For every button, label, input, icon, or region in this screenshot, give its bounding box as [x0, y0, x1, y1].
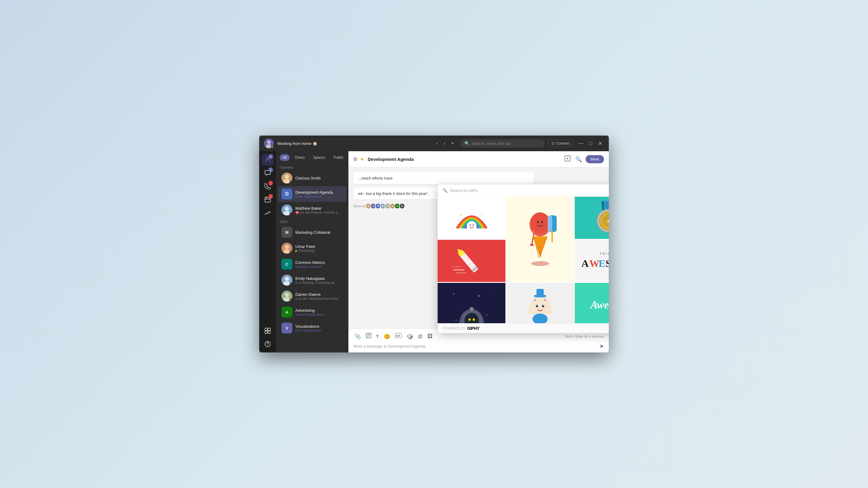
svg-point-23	[285, 277, 289, 281]
svg-text:✦: ✦	[478, 294, 480, 298]
svg-point-100	[470, 307, 473, 311]
input-hint: Shift + Enter for a new line	[565, 335, 604, 338]
sidebar-item-calendar[interactable]: 1	[261, 193, 274, 205]
gif-astronaut[interactable]: ✦ ✦	[438, 283, 505, 323]
svg-rect-53	[604, 201, 609, 202]
status-matthew	[289, 213, 292, 216]
message-input[interactable]	[353, 344, 597, 349]
search-bar: 🔍	[460, 139, 545, 148]
gif-rainbow[interactable]: ✦ ✦ ✦	[438, 197, 505, 239]
meet-button[interactable]: Meet	[586, 155, 604, 163]
svg-point-115	[543, 305, 544, 306]
gif-search-icon: 🔍	[442, 188, 447, 193]
svg-point-41	[541, 221, 543, 223]
chat-item-marketing[interactable]: M Marketing Collateral	[278, 224, 347, 240]
chat-info-dev-agenda: Development Agenda ENG Deployment	[296, 190, 343, 198]
gif-cat[interactable]	[506, 283, 574, 323]
send-button[interactable]: ➤	[599, 343, 604, 350]
filter-tab-direct[interactable]: Direct	[292, 154, 307, 161]
chat-list-items: Favorites Clarissa Smith	[276, 163, 348, 352]
text-format-button[interactable]: T	[375, 333, 380, 340]
chat-item-umar[interactable]: Umar Patel ▶ Presenting	[278, 240, 347, 256]
format-button[interactable]	[365, 332, 373, 341]
window-controls: — □ ✕	[577, 140, 604, 147]
sidebar-item-activity[interactable]: 4	[261, 154, 274, 166]
svg-point-12	[267, 345, 268, 346]
chat-name-dev-agenda: Development Agenda	[296, 190, 343, 195]
svg-rect-7	[265, 328, 267, 330]
chat-name-darren: Darren Owens	[296, 292, 343, 297]
svg-text:✦: ✦	[475, 209, 476, 210]
svg-point-32	[467, 221, 476, 231]
status-clarissa	[289, 181, 292, 184]
forward-button[interactable]: ›	[441, 139, 447, 147]
svg-text:GIF: GIF	[396, 334, 401, 337]
chat-info-emily: Emily Nakagawa In a meeting • Catching u…	[296, 276, 343, 284]
gif-icecream[interactable]	[506, 197, 574, 282]
search-chat-button[interactable]: 🔍	[574, 155, 583, 164]
filter-tab-all[interactable]: All	[280, 154, 290, 161]
status-darren	[289, 298, 292, 301]
gif-awesome-cursive[interactable]: Awesome	[575, 283, 609, 323]
sidebar-item-chat[interactable]: 1	[261, 167, 274, 179]
chat-info-umar: Umar Patel ▶ Presenting	[296, 244, 343, 253]
main-layout: 4 1 1 1	[259, 151, 609, 352]
favorites-section-label: Favorites	[276, 164, 348, 170]
sidebar-item-calls[interactable]: 1	[261, 180, 274, 192]
search-icon: 🔍	[464, 141, 470, 146]
chat-info-visualizations: Visualizations ENG Deployment	[296, 324, 343, 332]
filter-tab-spaces[interactable]: Spaces	[310, 154, 328, 161]
chat-name-common-metrics: Common Metrics	[296, 260, 343, 265]
svg-point-1	[267, 140, 271, 144]
gif-awesome-text[interactable]: THIS IS A W E S O M E	[575, 240, 609, 282]
status-umar	[289, 251, 292, 254]
minimize-button[interactable]: —	[577, 140, 585, 147]
close-button[interactable]: ✕	[596, 140, 604, 147]
svg-point-26	[285, 293, 289, 297]
search-input[interactable]	[472, 141, 540, 146]
gif-medal[interactable]: ★	[575, 197, 609, 239]
chat-item-darren[interactable]: Darren Owens In a call • Working from ho…	[278, 288, 347, 304]
chat-info-advertising: Advertising Sales Visualizations	[296, 308, 343, 316]
attach-button[interactable]: 📎	[353, 332, 362, 341]
connect-button[interactable]: ⊡ Connect	[548, 140, 573, 147]
chat-item-visualizations[interactable]: V Visualizations ENG Deployment	[278, 320, 347, 336]
chat-sub-advertising: Sales Visualizations	[296, 313, 343, 316]
chat-item-dev-agenda[interactable]: D Development Agenda ENG Deployment	[278, 186, 347, 202]
sidebar-item-analytics[interactable]	[261, 207, 274, 219]
star-icon[interactable]: ★	[360, 156, 364, 162]
chat-item-advertising[interactable]: A Advertising Sales Visualizations	[278, 304, 347, 320]
gif-rocket[interactable]	[438, 240, 505, 282]
chat-item-common-metrics[interactable]: C Common Metrics Usability research	[278, 256, 347, 272]
chat-item-emily[interactable]: Emily Nakagawa In a meeting • Catching u…	[278, 272, 347, 288]
app-window: Working from home 🏠 ‹ › + 🔍 ⊡ Connect — …	[259, 135, 609, 352]
chat-sub-matthew: ⛔ Do Not Disturb • Out for a wa...	[296, 210, 343, 214]
add-tab-button[interactable]: +	[449, 139, 456, 147]
sticker-button[interactable]: 🎲	[405, 332, 414, 341]
svg-text:✦: ✦	[481, 213, 483, 216]
svg-point-20	[285, 245, 289, 249]
gif-button[interactable]: GIF	[394, 332, 403, 341]
mention-button[interactable]: @	[417, 332, 424, 340]
svg-text:A: A	[581, 258, 589, 269]
chat-sub-umar: ▶ Presenting	[296, 249, 343, 253]
add-participant-button[interactable]	[563, 154, 572, 164]
gif-search-input[interactable]	[450, 188, 609, 193]
nav-buttons: ‹ › +	[434, 139, 457, 147]
maximize-button[interactable]: □	[587, 140, 594, 147]
main-content: ⚙ ★ Development Agenda 🔍 Meet ...reac	[348, 151, 609, 352]
settings-icon[interactable]: ⚙	[353, 156, 358, 162]
sidebar-item-help[interactable]	[261, 338, 274, 350]
emoji-button[interactable]: 😊	[382, 332, 392, 341]
image-button[interactable]: 🖼	[426, 332, 434, 341]
sidebar-item-apps[interactable]	[261, 325, 274, 337]
chat-list-header: All Direct Spaces Public ≡	[276, 151, 348, 163]
chat-item-clarissa[interactable]: Clarissa Smith	[278, 170, 347, 186]
back-button[interactable]: ‹	[434, 139, 440, 147]
svg-text:★: ★	[607, 219, 609, 224]
filter-tab-public[interactable]: Public	[331, 154, 347, 161]
user-avatar[interactable]	[264, 138, 274, 148]
svg-point-114	[537, 305, 538, 306]
chat-info-clarissa: Clarissa Smith	[296, 176, 343, 181]
chat-item-matthew[interactable]: Matthew Baker ⛔ Do Not Disturb • Out for…	[278, 202, 347, 218]
